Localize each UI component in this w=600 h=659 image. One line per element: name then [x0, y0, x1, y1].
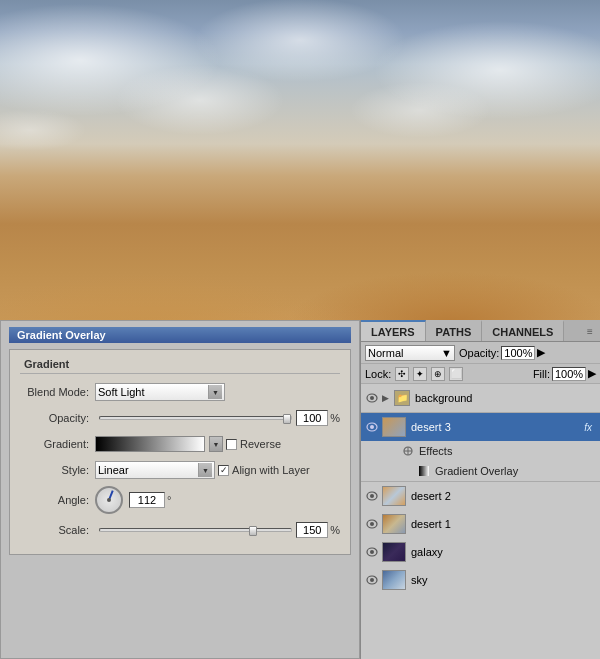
layer-group-background: ▶ 📁 background	[361, 384, 600, 413]
blend-mode-select[interactable]: Soft Light ▼	[95, 383, 225, 401]
layer-item-desert2[interactable]: desert 2	[361, 482, 600, 510]
svg-point-1	[370, 396, 374, 400]
style-row: Style: Linear ▼ ✓ Align with Layer	[20, 460, 340, 480]
panel-title: Gradient Overlay	[17, 329, 106, 341]
fill-label: Fill:	[533, 368, 550, 380]
lock-icon-transparency[interactable]: ⬜	[449, 367, 463, 381]
scale-input[interactable]	[296, 522, 328, 538]
reverse-label: Reverse	[240, 438, 281, 450]
blend-mode-value: Soft Light	[98, 386, 144, 398]
lock-label: Lock:	[365, 368, 391, 380]
thumb-desert3	[382, 417, 406, 437]
gradient-row: Gradient: ▼ Reverse	[20, 434, 340, 454]
svg-point-11	[370, 522, 374, 526]
mode-value: Normal	[368, 347, 403, 359]
style-select[interactable]: Linear ▼	[95, 461, 215, 479]
gradient-preview[interactable]	[95, 436, 205, 452]
effects-icon	[401, 444, 415, 458]
layer-name-desert3: desert 3	[409, 421, 581, 433]
opacity-label: Opacity:	[20, 412, 95, 424]
layer-name-desert1: desert 1	[409, 518, 596, 530]
reverse-checkbox[interactable]	[226, 439, 237, 450]
svg-rect-7	[419, 466, 429, 476]
tab-paths[interactable]: PATHS	[426, 320, 483, 341]
lock-icon-all[interactable]: ⊕	[431, 367, 445, 381]
mode-select[interactable]: Normal ▼	[365, 345, 455, 361]
style-value: Linear	[98, 464, 129, 476]
align-wrapper: ✓ Align with Layer	[218, 464, 310, 476]
reverse-wrapper: Reverse	[226, 438, 281, 450]
gradient-overlay-label: Gradient Overlay	[435, 465, 518, 477]
layer-item-background[interactable]: ▶ 📁 background	[361, 384, 600, 412]
layer-name-galaxy: galaxy	[409, 546, 596, 558]
style-arrow[interactable]: ▼	[198, 463, 212, 477]
panel-title-bar: Gradient Overlay	[9, 327, 351, 343]
mode-arrow: ▼	[441, 347, 452, 359]
opacity-row: Opacity: %	[20, 408, 340, 428]
scale-label: Scale:	[20, 524, 95, 536]
svg-point-13	[370, 550, 374, 554]
layers-list: ▶ 📁 background desert 3 fx	[361, 384, 600, 659]
angle-input[interactable]	[129, 492, 165, 508]
layer-item-desert3[interactable]: desert 3 fx	[361, 413, 600, 441]
svg-point-15	[370, 578, 374, 582]
thumb-galaxy	[382, 542, 406, 562]
layers-mode-toolbar: Normal ▼ Opacity: ▶	[361, 342, 600, 364]
angle-unit: °	[167, 494, 171, 506]
gradient-overlay-icon	[417, 464, 431, 478]
layer-group-desert3: desert 3 fx Effects Gradient Overlay	[361, 413, 600, 482]
angle-dial[interactable]	[95, 486, 123, 514]
tab-channels[interactable]: CHANNELS	[482, 320, 564, 341]
svg-point-3	[370, 425, 374, 429]
align-checkbox[interactable]: ✓	[218, 465, 229, 476]
angle-label: Angle:	[20, 494, 95, 506]
align-label: Align with Layer	[232, 464, 310, 476]
eye-desert1[interactable]	[365, 517, 379, 531]
layer-fx-desert3: fx	[584, 422, 596, 433]
eye-galaxy[interactable]	[365, 545, 379, 559]
gradient-overlay-panel: Gradient Overlay Gradient Blend Mode: So…	[0, 320, 360, 659]
style-label: Style:	[20, 464, 95, 476]
thumb-sky	[382, 570, 406, 590]
gradient-section: Gradient Blend Mode: Soft Light ▼ Opacit…	[9, 349, 351, 555]
lock-icon-paint[interactable]: ✦	[413, 367, 427, 381]
sub-layer-gradient-overlay[interactable]: Gradient Overlay	[361, 461, 600, 481]
eye-background[interactable]	[365, 391, 379, 405]
layer-name-desert2: desert 2	[409, 490, 596, 502]
desert-background	[0, 0, 600, 320]
opacity-input[interactable]	[296, 410, 328, 426]
scale-row: Scale: %	[20, 520, 340, 540]
expand-arrow[interactable]: ▶	[382, 393, 389, 403]
opacity-input[interactable]	[501, 346, 535, 360]
bottom-panel: Gradient Overlay Gradient Blend Mode: So…	[0, 320, 600, 659]
scale-slider[interactable]	[99, 528, 292, 532]
layer-name-background: background	[413, 392, 596, 404]
angle-center	[107, 498, 111, 502]
opacity-unit: %	[330, 412, 340, 424]
thumb-desert2	[382, 486, 406, 506]
eye-desert3[interactable]	[365, 420, 379, 434]
layers-menu-icon[interactable]: ≡	[580, 320, 600, 342]
gradient-label: Gradient:	[20, 438, 95, 450]
thumb-desert1	[382, 514, 406, 534]
dunes-layer	[0, 144, 600, 320]
opacity-arrow[interactable]: ▶	[537, 346, 545, 359]
fill-arrow[interactable]: ▶	[588, 367, 596, 380]
layer-item-galaxy[interactable]: galaxy	[361, 538, 600, 566]
blend-mode-arrow[interactable]: ▼	[208, 385, 222, 399]
layer-name-sky: sky	[409, 574, 596, 586]
tab-layers[interactable]: LAYERS	[361, 320, 426, 341]
layer-item-sky[interactable]: sky	[361, 566, 600, 594]
fill-input[interactable]	[552, 367, 586, 381]
layers-panel: LAYERS PATHS CHANNELS ≡ Normal ▼ Opacity…	[360, 320, 600, 659]
gradient-arrow[interactable]: ▼	[209, 436, 223, 452]
opacity-label: Opacity:	[459, 347, 499, 359]
eye-sky[interactable]	[365, 573, 379, 587]
sub-layer-effects: Effects	[361, 441, 600, 461]
layer-item-desert1[interactable]: desert 1	[361, 510, 600, 538]
opacity-slider[interactable]	[99, 416, 292, 420]
eye-desert2[interactable]	[365, 489, 379, 503]
layers-tabs: LAYERS PATHS CHANNELS ≡	[361, 320, 600, 342]
lock-icon-move[interactable]: ✣	[395, 367, 409, 381]
blend-mode-row: Blend Mode: Soft Light ▼	[20, 382, 340, 402]
